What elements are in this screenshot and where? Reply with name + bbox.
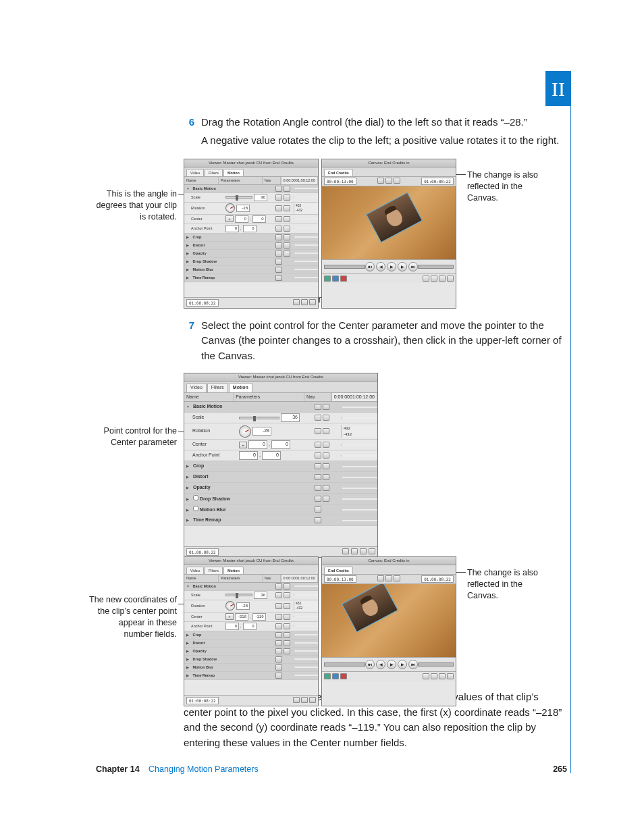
canvas-view[interactable]: [322, 584, 456, 657]
anchor-x-field[interactable]: 0: [225, 623, 239, 630]
scale-slider[interactable]: [239, 417, 279, 419]
go-end-icon[interactable]: ⏭: [408, 262, 418, 271]
row-drop-shadow[interactable]: Drop Shadow: [184, 494, 377, 504]
chevron-down-icon[interactable]: [186, 583, 192, 589]
overwrite-icon[interactable]: [332, 276, 339, 282]
row-crop[interactable]: Crop: [184, 234, 318, 242]
canvas-duration[interactable]: 00:00:13:00: [324, 575, 356, 583]
row-distort[interactable]: Distort: [184, 472, 377, 483]
tab-video[interactable]: Video: [186, 169, 204, 176]
marker-icon[interactable]: [439, 673, 446, 679]
motion-blur-checkbox[interactable]: [193, 506, 198, 511]
step-fwd-icon[interactable]: ▶: [398, 660, 407, 669]
row-basic-motion[interactable]: Basic Motion: [184, 583, 318, 591]
row-drop-shadow[interactable]: Drop Shadow: [184, 258, 318, 266]
anchor-y-field[interactable]: 0: [243, 225, 257, 232]
zoom-slider-icon[interactable]: [293, 299, 300, 305]
anchor-x-field[interactable]: 0: [225, 225, 239, 232]
chevron-right-icon[interactable]: [186, 473, 192, 479]
chevron-right-icon[interactable]: [186, 259, 192, 264]
row-time-remap[interactable]: Time Remap: [184, 515, 377, 526]
scale-field[interactable]: 36: [254, 592, 267, 599]
row-time-remap[interactable]: Time Remap: [184, 274, 318, 282]
chevron-right-icon[interactable]: [186, 640, 192, 646]
timecode-current[interactable]: 01:00:08:22: [186, 697, 219, 704]
mark-out-icon[interactable]: [431, 673, 437, 679]
rotation-field[interactable]: -28: [236, 205, 250, 212]
row-basic-motion[interactable]: Basic Motion: [184, 402, 377, 413]
scale-slider[interactable]: [225, 196, 252, 199]
canvas-tab[interactable]: End Credits: [324, 567, 353, 574]
overwrite-icon[interactable]: [332, 673, 339, 679]
canvas-tab[interactable]: End Credits: [324, 169, 353, 176]
anchor-y-field[interactable]: 0: [243, 623, 257, 630]
tab-motion[interactable]: Motion: [229, 383, 252, 392]
center-x-field[interactable]: -218: [235, 613, 248, 621]
canvas-timecode[interactable]: 01:00:08:22: [421, 575, 454, 583]
keyframe-nav-icon[interactable]: [275, 216, 282, 222]
anchor-x-field[interactable]: 0: [239, 451, 258, 460]
row-time-remap[interactable]: Time Remap: [184, 672, 318, 680]
tab-video[interactable]: Video: [186, 567, 204, 574]
tab-filters[interactable]: Filters: [205, 169, 223, 176]
tab-motion[interactable]: Motion: [223, 169, 244, 176]
mark-in-icon[interactable]: [423, 673, 429, 679]
row-opacity[interactable]: Opacity: [184, 250, 318, 258]
row-crop[interactable]: Crop: [184, 461, 377, 472]
center-y-field[interactable]: 0: [252, 215, 266, 223]
rotated-clip[interactable]: [366, 192, 423, 243]
chevron-right-icon[interactable]: [186, 648, 192, 654]
chevron-right-icon[interactable]: [186, 251, 192, 256]
jog-wheel[interactable]: [418, 265, 454, 269]
insert-icon[interactable]: [324, 673, 331, 679]
keyframe-nav-icon[interactable]: [275, 226, 282, 232]
row-motion-blur[interactable]: Motion Blur: [184, 266, 318, 274]
anchor-y-field[interactable]: 0: [262, 451, 281, 460]
scale-field[interactable]: 36: [254, 194, 267, 201]
rotation-field[interactable]: -28: [236, 602, 250, 610]
chevron-right-icon[interactable]: [186, 484, 192, 490]
play-icon[interactable]: ▶: [387, 262, 396, 271]
chevron-right-icon[interactable]: [186, 242, 192, 248]
go-end-icon[interactable]: ⏭: [408, 660, 418, 669]
row-distort[interactable]: Distort: [184, 640, 318, 648]
keyframe-nav-icon[interactable]: [275, 205, 282, 211]
mark-clip-icon[interactable]: [447, 276, 454, 282]
chevron-right-icon[interactable]: [186, 463, 192, 468]
go-start-icon[interactable]: ⏮: [365, 262, 375, 271]
row-motion-blur[interactable]: Motion Blur: [184, 504, 377, 515]
rotation-field[interactable]: -28: [252, 427, 271, 436]
tab-motion[interactable]: Motion: [223, 567, 244, 574]
canvas-timecode[interactable]: 01:00:08:22: [421, 178, 454, 185]
center-point-control[interactable]: [239, 442, 247, 448]
rotation-dial[interactable]: [224, 600, 237, 613]
tab-filters[interactable]: Filters: [207, 383, 228, 392]
keyframe-menu-icon[interactable]: [284, 186, 290, 192]
chevron-right-icon[interactable]: [186, 496, 192, 501]
shuttle-slider[interactable]: [324, 265, 365, 269]
center-x-field[interactable]: 0: [235, 215, 248, 223]
mark-in-icon[interactable]: [423, 276, 429, 282]
canvas-duration[interactable]: 00:00:13:00: [324, 178, 356, 185]
add-keyframe-icon[interactable]: [284, 216, 290, 222]
step-back-icon[interactable]: ◀: [376, 262, 385, 271]
chevron-down-icon[interactable]: [186, 186, 192, 191]
center-point-control[interactable]: [225, 613, 234, 620]
tab-video[interactable]: Video: [186, 383, 207, 392]
jog-wheel[interactable]: [418, 662, 454, 667]
timecode-current[interactable]: 01:00:08:22: [186, 548, 219, 556]
step-fwd-icon[interactable]: ▶: [398, 262, 407, 271]
center-x-field[interactable]: 0: [248, 440, 267, 449]
shuttle-slider[interactable]: [324, 662, 365, 667]
chevron-right-icon[interactable]: [186, 673, 192, 678]
row-crop[interactable]: Crop: [184, 631, 318, 640]
reset-icon[interactable]: [275, 186, 282, 192]
mark-out-icon[interactable]: [431, 276, 437, 282]
add-keyframe-icon[interactable]: [284, 226, 290, 232]
center-y-field[interactable]: -119: [252, 613, 266, 621]
rotated-clip-shifted[interactable]: [342, 584, 398, 633]
keyframe-nav-icon[interactable]: [275, 194, 282, 201]
center-point-control[interactable]: [225, 215, 234, 222]
chevron-right-icon[interactable]: [186, 632, 192, 637]
row-basic-motion[interactable]: Basic Motion: [184, 185, 318, 193]
